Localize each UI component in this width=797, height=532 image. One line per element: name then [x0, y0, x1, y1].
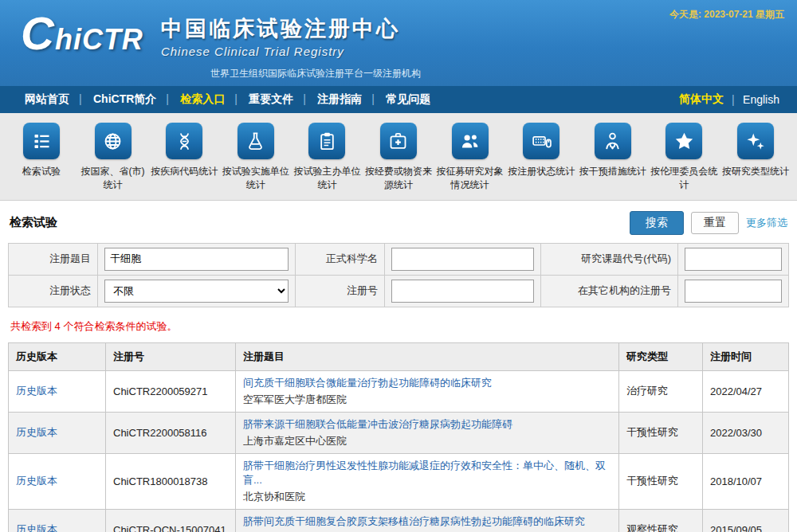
- toolbar-item-by-study-type[interactable]: 按研究类型统计: [720, 123, 791, 192]
- toolbar-item-by-country[interactable]: 按国家、省(市)统计: [78, 123, 148, 192]
- col-header-title: 注册题目: [236, 342, 619, 370]
- study-code-input[interactable]: [685, 248, 782, 271]
- study-type-cell: 干预性研究: [619, 412, 703, 453]
- main-nav: 网站首页 ChiCTR简介 检索入口 重要文件 注册指南 常见问题 简体中文 E…: [0, 86, 797, 113]
- regno-input[interactable]: [391, 280, 534, 303]
- keyboard-mouse-icon: [523, 123, 559, 159]
- date-cell: 2022/04/27: [703, 370, 789, 412]
- language-switch: 简体中文 English: [671, 92, 784, 107]
- results-table: 历史版本 注册号 注册题目 研究类型 注册时间 历史版本 ChiCTR22000…: [8, 342, 789, 532]
- toolbar-item-by-sponsor-unit[interactable]: 按试验主办单位统计: [292, 123, 362, 192]
- history-link[interactable]: 历史版本: [16, 426, 57, 438]
- status-select[interactable]: 不限: [104, 280, 289, 303]
- scientific-name-label: 正式科学名: [296, 243, 385, 275]
- other-regno-input[interactable]: [685, 280, 782, 303]
- toolbar-item-by-ethics-committee[interactable]: 按伦理委员会统计: [649, 123, 719, 192]
- history-link[interactable]: 历史版本: [16, 385, 57, 397]
- clipboard-icon: [308, 123, 345, 159]
- nav-item-home[interactable]: 网站首页: [13, 92, 81, 107]
- results-summary: 共检索到 4 个符合检索条件的试验。: [10, 319, 787, 334]
- lang-english[interactable]: English: [732, 93, 784, 106]
- trial-org: 上海市嘉定区中心医院: [243, 434, 611, 448]
- toolbar-item-by-intervention[interactable]: 按干预措施统计: [578, 123, 648, 192]
- search-button[interactable]: 搜索: [630, 211, 684, 235]
- study-code-label: 研究课题代号(代码): [541, 243, 678, 275]
- title-input[interactable]: [104, 248, 289, 271]
- reset-button[interactable]: 重置: [691, 212, 739, 234]
- date-info: 今天是: 2023-07-21 星期五: [669, 8, 784, 22]
- nav-item-faq[interactable]: 常见问题: [374, 92, 442, 107]
- study-type-cell: 干预性研究: [619, 453, 703, 509]
- logo[interactable]: ChiCTR: [21, 11, 143, 62]
- dna-icon: [166, 123, 202, 159]
- star-icon: [665, 123, 702, 159]
- table-row: 历史版本 ChiCTR2200059271 间充质干细胞联合微能量治疗勃起功能障…: [9, 370, 789, 412]
- medkit-icon: [380, 123, 417, 159]
- nav-item-about[interactable]: ChiCTR简介: [81, 92, 168, 107]
- toolbar-item-by-disease-code[interactable]: 按疾病代码统计: [149, 123, 219, 192]
- site-title-cn: 中国临床试验注册中心: [161, 14, 400, 43]
- flask-icon: [238, 123, 274, 159]
- people-icon: [452, 123, 489, 159]
- regno-cell: ChiCTR1800018738: [106, 453, 236, 509]
- page-title: 检索试验: [10, 215, 57, 230]
- site-titles: 中国临床试验注册中心 Chinese Clinical Trial Regist…: [161, 11, 400, 58]
- scientific-name-input[interactable]: [391, 248, 534, 271]
- nav-item-documents[interactable]: 重要文件: [237, 92, 305, 107]
- who-platform-subtitle: 世界卫生组织国际临床试验注册平台一级注册机构: [0, 62, 797, 80]
- toolbar-item-by-implementing-unit[interactable]: 按试验实施单位统计: [221, 123, 291, 192]
- toolbar-item-by-funding-source[interactable]: 按经费或物资来源统计: [363, 123, 434, 192]
- regno-cell: ChiCTR2200058116: [106, 412, 236, 453]
- date-cell: 2018/10/07: [703, 453, 789, 509]
- main-content: 检索试验 搜索 重置 更多筛选 注册题目 正式科学名 研究课题代号(代码) 注册…: [0, 211, 797, 532]
- other-regno-label: 在其它机构的注册号: [541, 275, 678, 307]
- study-type-cell: 治疗研究: [619, 370, 703, 412]
- toolbar-item-search-trials[interactable]: 检索试验: [6, 123, 77, 192]
- nav-item-search-entry[interactable]: 检索入口: [168, 92, 237, 107]
- table-row: 历史版本 ChiCTR2200058116 脐带来源干细胞联合低能量冲击波治疗糖…: [9, 412, 789, 453]
- table-header-row: 历史版本 注册号 注册题目 研究类型 注册时间: [9, 342, 789, 370]
- nav-item-guide[interactable]: 注册指南: [305, 92, 374, 107]
- col-header-regno: 注册号: [106, 342, 236, 370]
- history-link[interactable]: 历史版本: [16, 523, 57, 532]
- lang-simplified-chinese[interactable]: 简体中文: [671, 92, 732, 107]
- trial-title-link[interactable]: 脐带来源干细胞联合低能量冲击波治疗糖尿病勃起功能障碍: [243, 418, 512, 430]
- site-header: 今天是: 2023-07-21 星期五 ChiCTR 中国临床试验注册中心 Ch…: [0, 0, 797, 86]
- numbered-list-icon: [23, 123, 60, 159]
- toolbar-item-by-registration-status[interactable]: 按注册状态统计: [506, 123, 576, 192]
- history-link[interactable]: 历史版本: [16, 475, 57, 487]
- title-label: 注册题目: [9, 243, 98, 275]
- more-filters-link[interactable]: 更多筛选: [746, 216, 787, 230]
- study-type-cell: 观察性研究: [619, 509, 703, 532]
- regno-cell: ChiCTR2200059271: [106, 370, 236, 412]
- stats-toolbar: 检索试验 按国家、省(市)统计 按疾病代码统计 按试验实施单位统计 按试验主办单…: [0, 113, 797, 201]
- regno-label: 注册号: [296, 275, 385, 307]
- status-label: 注册状态: [9, 275, 98, 307]
- trial-title-link[interactable]: 脐带干细胞治疗男性迟发性性腺功能减退症的疗效和安全性：单中心、随机、双盲...: [243, 460, 606, 486]
- table-row: 历史版本 ChiCTR-OCN-15007041 脐带间充质干细胞复合胶原支架移…: [9, 509, 789, 532]
- col-header-history: 历史版本: [9, 342, 106, 370]
- site-title-en: Chinese Clinical Trial Registry: [161, 45, 400, 58]
- doctor-icon: [595, 123, 631, 159]
- date-cell: 2015/09/05: [703, 509, 789, 532]
- regno-cell: ChiCTR-OCN-15007041: [106, 509, 236, 532]
- search-form: 注册题目 正式科学名 研究课题代号(代码) 注册状态 不限 注册号 在其它机构的…: [8, 243, 789, 307]
- trial-title-link[interactable]: 脐带间充质干细胞复合胶原支架移植治疗糖尿病性勃起功能障碍的临床研究: [243, 515, 585, 527]
- toolbar-item-by-recruitment-status[interactable]: 按征募研究对象情况统计: [435, 123, 505, 192]
- table-row: 历史版本 ChiCTR1800018738 脐带干细胞治疗男性迟发性性腺功能减退…: [9, 453, 789, 509]
- date-cell: 2022/03/30: [703, 412, 789, 453]
- col-header-date: 注册时间: [703, 342, 789, 370]
- sparkles-icon: [737, 123, 774, 159]
- globe-icon: [95, 123, 132, 159]
- trial-org: 北京协和医院: [243, 490, 611, 504]
- trial-org: 空军军医大学唐都医院: [243, 393, 611, 407]
- trial-title-link[interactable]: 间充质干细胞联合微能量治疗勃起功能障碍的临床研究: [243, 377, 492, 389]
- col-header-study-type: 研究类型: [619, 342, 703, 370]
